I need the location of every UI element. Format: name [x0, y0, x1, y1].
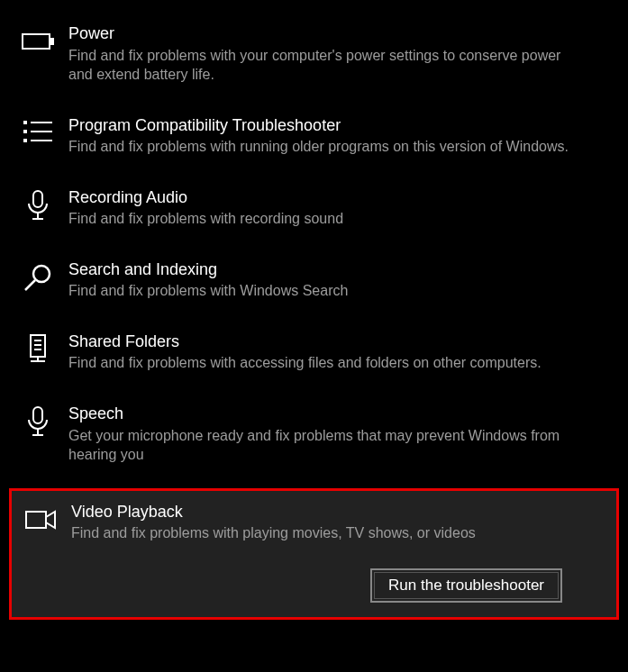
troubleshooter-item-search-indexing[interactable]: Search and IndexingFind and fix problems…: [0, 252, 628, 312]
video-icon: [24, 504, 57, 540]
svg-rect-5: [31, 131, 52, 132]
search-icon: [22, 261, 54, 297]
troubleshooter-title: Speech: [68, 404, 570, 424]
svg-rect-7: [31, 140, 52, 141]
troubleshooter-title: Shared Folders: [68, 331, 570, 352]
run-troubleshooter-button[interactable]: Run the troubleshooter: [370, 568, 562, 603]
microphone-icon: [22, 405, 54, 441]
troubleshooter-item-recording-audio[interactable]: Recording AudioFind and fix problems wit…: [0, 180, 628, 240]
troubleshooter-item-program-compat[interactable]: Program Compatibility TroubleshooterFind…: [0, 108, 628, 168]
svg-rect-8: [33, 191, 42, 207]
troubleshooter-description: Find and fix problems with recording sou…: [68, 209, 570, 229]
svg-line-12: [25, 280, 35, 290]
svg-rect-4: [23, 130, 27, 133]
troubleshooter-description: Find and fix problems with running older…: [68, 137, 570, 157]
svg-rect-22: [26, 512, 46, 528]
troubleshooter-description: Find and fix problems with Windows Searc…: [68, 281, 570, 301]
svg-rect-2: [23, 121, 27, 124]
list-icon: [22, 117, 54, 153]
svg-rect-1: [50, 39, 53, 44]
troubleshooter-description: Find and fix problems with playing movie…: [71, 523, 568, 543]
svg-rect-19: [33, 407, 42, 423]
svg-rect-3: [31, 122, 52, 123]
troubleshooter-title: Search and Indexing: [68, 259, 570, 280]
troubleshooter-description: Find and fix problems with your computer…: [68, 46, 570, 85]
troubleshooter-title: Video Playback: [71, 502, 568, 522]
troubleshooter-title: Program Compatibility Troubleshooter: [68, 115, 570, 136]
troubleshooter-title: Recording Audio: [68, 187, 570, 208]
svg-rect-0: [23, 34, 50, 49]
troubleshooter-item-power[interactable]: PowerFind and fix problems with your com…: [0, 16, 628, 95]
troubleshooter-description: Find and fix problems with accessing fil…: [68, 353, 570, 373]
microphone-icon: [22, 189, 54, 225]
troubleshooter-item-video-playback[interactable]: Video PlaybackFind and fix problems with…: [9, 488, 619, 620]
troubleshooter-item-speech[interactable]: SpeechGet your microphone ready and fix …: [0, 396, 628, 476]
svg-rect-6: [23, 139, 27, 142]
server-icon: [22, 333, 54, 369]
troubleshooter-item-shared-folders[interactable]: Shared FoldersFind and fix problems with…: [0, 324, 628, 384]
troubleshooter-list: PowerFind and fix problems with your com…: [0, 16, 628, 620]
troubleshooter-title: Power: [68, 23, 570, 44]
battery-icon: [22, 25, 54, 61]
svg-point-11: [33, 266, 50, 282]
troubleshooter-description: Get your microphone ready and fix proble…: [68, 426, 570, 465]
